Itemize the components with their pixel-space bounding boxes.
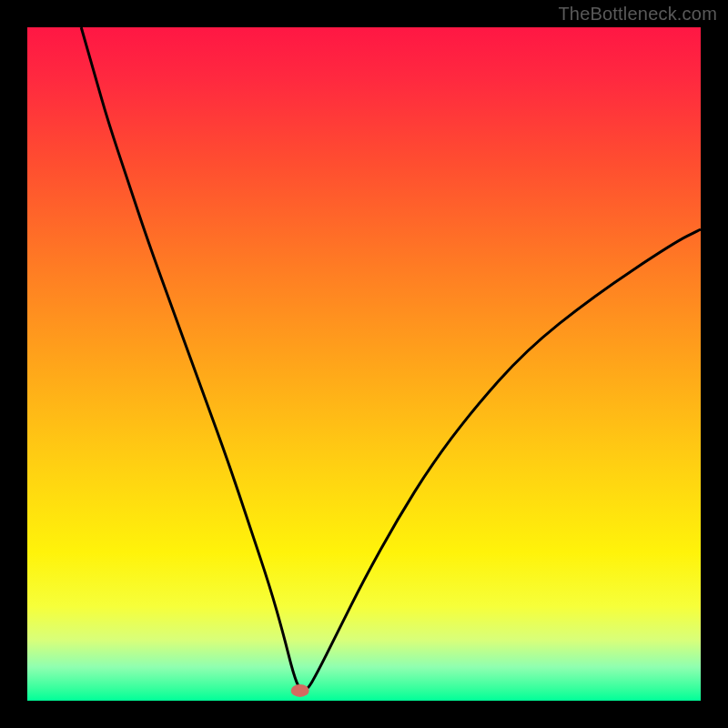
optimum-marker (291, 684, 309, 697)
plot-background (27, 27, 701, 701)
bottleneck-plot (0, 0, 728, 728)
watermark-text: TheBottleneck.com (558, 4, 717, 25)
chart-frame: TheBottleneck.com (0, 0, 728, 728)
